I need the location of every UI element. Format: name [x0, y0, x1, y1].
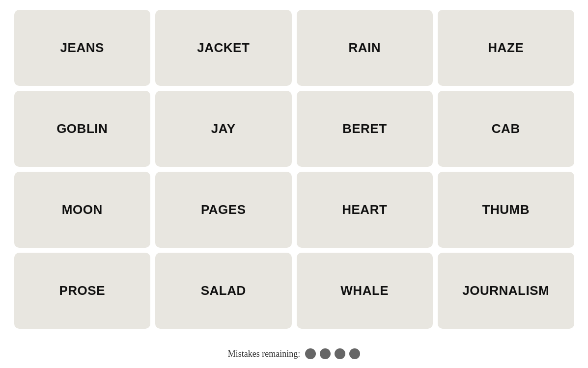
- word-card-label-thumb: THUMB: [482, 202, 530, 217]
- word-card-label-rain: RAIN: [348, 40, 381, 55]
- word-card-rain[interactable]: RAIN: [297, 10, 433, 86]
- word-card-label-cab: CAB: [492, 121, 520, 136]
- word-card-journalism[interactable]: JOURNALISM: [438, 253, 574, 329]
- word-grid: JEANSJACKETRAINHAZEGOBLINJAYBERETCABMOON…: [14, 10, 574, 329]
- word-card-jay[interactable]: JAY: [155, 91, 292, 167]
- word-card-label-journalism: JOURNALISM: [462, 283, 549, 298]
- word-card-label-salad: SALAD: [201, 283, 246, 298]
- word-card-heart[interactable]: HEART: [297, 172, 433, 248]
- word-card-label-goblin: GOBLIN: [56, 121, 108, 136]
- word-card-label-heart: HEART: [342, 202, 387, 217]
- word-card-cab[interactable]: CAB: [438, 91, 574, 167]
- word-card-pages[interactable]: PAGES: [155, 172, 292, 248]
- word-card-haze[interactable]: HAZE: [438, 10, 574, 86]
- dots-container: [305, 348, 360, 359]
- word-card-label-jay: JAY: [211, 121, 236, 136]
- word-card-whale[interactable]: WHALE: [297, 253, 433, 329]
- mistakes-label: Mistakes remaining:: [228, 349, 300, 359]
- word-card-label-pages: PAGES: [201, 202, 246, 217]
- word-card-label-beret: BERET: [342, 121, 387, 136]
- word-card-prose[interactable]: PROSE: [14, 253, 151, 329]
- mistakes-row: Mistakes remaining:: [228, 348, 360, 359]
- mistake-dot-1: [305, 348, 316, 359]
- word-card-label-whale: WHALE: [340, 283, 389, 298]
- game-container: JEANSJACKETRAINHAZEGOBLINJAYBERETCABMOON…: [0, 0, 588, 368]
- word-card-beret[interactable]: BERET: [297, 91, 433, 167]
- mistake-dot-2: [320, 348, 331, 359]
- word-card-jacket[interactable]: JACKET: [155, 10, 292, 86]
- word-card-thumb[interactable]: THUMB: [438, 172, 574, 248]
- word-card-label-haze: HAZE: [488, 40, 524, 55]
- mistake-dot-4: [349, 348, 360, 359]
- mistake-dot-3: [335, 348, 345, 359]
- word-card-jeans[interactable]: JEANS: [14, 10, 151, 86]
- word-card-label-prose: PROSE: [59, 283, 105, 298]
- word-card-label-moon: MOON: [62, 202, 103, 217]
- word-card-goblin[interactable]: GOBLIN: [14, 91, 151, 167]
- word-card-label-jacket: JACKET: [197, 40, 250, 55]
- word-card-moon[interactable]: MOON: [14, 172, 151, 248]
- word-card-label-jeans: JEANS: [60, 40, 104, 55]
- word-card-salad[interactable]: SALAD: [155, 253, 292, 329]
